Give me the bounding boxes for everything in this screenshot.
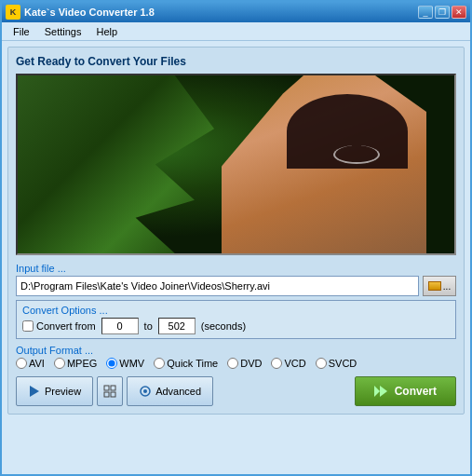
radio-dvd[interactable] [227, 358, 238, 369]
input-file-label: Input file ... [16, 263, 456, 274]
svg-rect-3 [104, 392, 109, 397]
title-buttons: _ ❐ ✕ [418, 6, 466, 19]
output-format-box: Output Format ... AVI MPEG WMV Quick Tim… [16, 345, 456, 369]
minimize-button[interactable]: _ [418, 6, 433, 19]
format-avi[interactable]: AVI [16, 358, 45, 369]
svg-rect-2 [111, 386, 115, 390]
convert-from-checkbox[interactable] [22, 320, 34, 332]
menu-settings[interactable]: Settings [37, 24, 89, 39]
title-bar-left: K Kate`s Video Converter 1.8 [6, 5, 155, 20]
format-radio-group: AVI MPEG WMV Quick Time DVD [16, 358, 456, 369]
file-path-input[interactable] [16, 276, 419, 296]
radio-svcd[interactable] [316, 358, 327, 369]
menu-file[interactable]: File [6, 24, 37, 39]
radio-mpeg[interactable] [54, 358, 65, 369]
bottom-buttons: Preview Advanced [16, 376, 456, 406]
output-format-label: Output Format ... [16, 345, 456, 356]
format-dvd[interactable]: DVD [227, 358, 262, 369]
radio-vcd[interactable] [271, 358, 282, 369]
file-input-row: ... [16, 276, 456, 296]
advanced-button[interactable]: Advanced [127, 376, 213, 406]
grid-button[interactable] [97, 376, 123, 406]
restore-button[interactable]: ❐ [435, 6, 450, 19]
svg-rect-1 [104, 386, 109, 390]
close-button[interactable]: ✕ [452, 6, 466, 19]
radio-quicktime[interactable] [154, 358, 165, 369]
svg-marker-8 [380, 386, 387, 397]
menu-help[interactable]: Help [88, 24, 125, 39]
video-preview [16, 74, 456, 255]
convert-button[interactable]: Convert [355, 376, 456, 406]
format-mpeg[interactable]: MPEG [54, 358, 97, 369]
convert-from-checkbox-label[interactable]: Convert from [22, 320, 96, 332]
format-svcd[interactable]: SVCD [316, 358, 357, 369]
advanced-icon [139, 385, 152, 398]
folder-icon [428, 281, 441, 291]
svg-marker-0 [30, 386, 39, 397]
title-bar: K Kate`s Video Converter 1.8 _ ❐ ✕ [2, 2, 470, 22]
convert-from-input[interactable] [101, 318, 139, 334]
seconds-label: (seconds) [201, 320, 246, 332]
convert-options-label: Convert Options ... [22, 305, 450, 316]
app-icon: K [6, 5, 20, 20]
format-wmv[interactable]: WMV [106, 358, 144, 369]
svg-marker-7 [374, 386, 380, 397]
fast-forward-icon [374, 385, 389, 398]
radio-avi[interactable] [16, 358, 27, 369]
play-icon [28, 385, 41, 398]
grid-icon [103, 385, 116, 398]
left-button-group: Preview Advanced [16, 376, 213, 406]
radio-wmv[interactable] [106, 358, 117, 369]
svg-point-6 [143, 389, 147, 393]
menu-bar: File Settings Help [2, 22, 470, 41]
input-section: Input file ... ... [16, 263, 456, 296]
format-vcd[interactable]: VCD [271, 358, 305, 369]
convert-options-row: Convert from to (seconds) [22, 318, 450, 334]
browse-button[interactable]: ... [423, 276, 456, 296]
window-title: Kate`s Video Converter 1.8 [24, 7, 155, 18]
format-quicktime[interactable]: Quick Time [154, 358, 218, 369]
app-window: K Kate`s Video Converter 1.8 _ ❐ ✕ File … [0, 0, 472, 476]
section-title: Get Ready to Convert Your Files [16, 55, 456, 68]
preview-button[interactable]: Preview [16, 376, 93, 406]
convert-options-box: Convert Options ... Convert from to (sec… [16, 300, 456, 339]
svg-rect-4 [111, 392, 115, 397]
main-content: Get Ready to Convert Your Files Input fi… [7, 47, 465, 415]
convert-to-input[interactable] [158, 318, 196, 334]
